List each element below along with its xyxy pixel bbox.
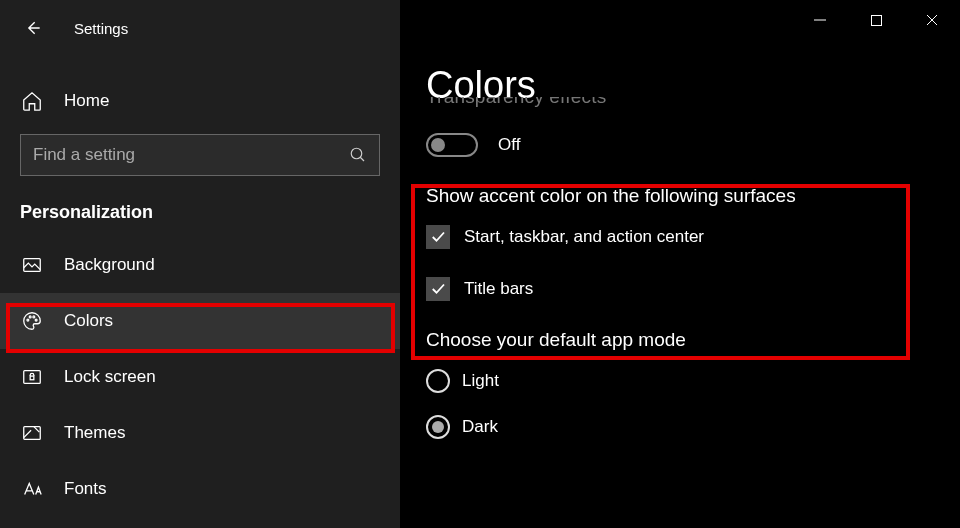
sidebar-header: Settings <box>0 8 400 48</box>
svg-rect-8 <box>24 427 41 440</box>
accent-option-start-taskbar[interactable]: Start, taskbar, and action center <box>426 225 934 249</box>
maximize-button[interactable] <box>848 0 904 40</box>
app-mode-heading: Choose your default app mode <box>426 329 934 351</box>
home-icon <box>20 89 44 113</box>
close-icon <box>925 13 939 27</box>
app-mode-option-dark[interactable]: Dark <box>426 415 934 439</box>
minimize-icon <box>813 13 827 27</box>
sidebar-item-lockscreen[interactable]: Lock screen <box>0 349 400 405</box>
radio-dot <box>432 421 444 433</box>
accent-option-label: Title bars <box>464 279 533 299</box>
svg-rect-6 <box>24 371 41 384</box>
close-button[interactable] <box>904 0 960 40</box>
section-title: Personalization <box>0 176 400 237</box>
search-input[interactable] <box>33 145 349 165</box>
svg-point-0 <box>351 148 362 159</box>
search-wrap <box>0 124 400 176</box>
sidebar-item-themes[interactable]: Themes <box>0 405 400 461</box>
truncated-heading: Transparency effects <box>426 97 934 109</box>
sidebar-item-label: Themes <box>64 423 125 443</box>
fonts-icon <box>20 477 44 501</box>
transparency-toggle[interactable] <box>426 133 478 157</box>
toggle-state-label: Off <box>498 135 520 155</box>
window-title: Settings <box>74 20 128 37</box>
accent-surfaces-heading: Show accent color on the following surfa… <box>426 185 934 207</box>
radio-selected <box>426 415 450 439</box>
sidebar-item-fonts[interactable]: Fonts <box>0 461 400 517</box>
home-label: Home <box>64 91 109 111</box>
search-icon <box>349 146 367 164</box>
sidebar-item-label: Fonts <box>64 479 107 499</box>
app-mode-option-light[interactable]: Light <box>426 369 934 393</box>
transparency-toggle-row: Off <box>426 133 934 157</box>
sidebar-item-label: Background <box>64 255 155 275</box>
lock-screen-icon <box>20 365 44 389</box>
radio-unselected <box>426 369 450 393</box>
accent-option-label: Start, taskbar, and action center <box>464 227 704 247</box>
app-mode-label: Light <box>462 371 499 391</box>
sidebar-item-background[interactable]: Background <box>0 237 400 293</box>
back-button[interactable] <box>20 15 46 41</box>
sidebar-item-colors[interactable]: Colors <box>0 293 400 349</box>
sidebar-item-label: Colors <box>64 311 113 331</box>
sidebar: Settings Home Personalization Background… <box>0 0 400 528</box>
toggle-knob <box>431 138 445 152</box>
minimize-button[interactable] <box>792 0 848 40</box>
svg-point-4 <box>33 316 35 318</box>
svg-rect-9 <box>871 15 881 25</box>
window-controls <box>792 0 960 40</box>
app-mode-label: Dark <box>462 417 498 437</box>
themes-icon <box>20 421 44 445</box>
palette-icon <box>20 309 44 333</box>
sidebar-item-label: Lock screen <box>64 367 156 387</box>
picture-icon <box>20 253 44 277</box>
svg-rect-7 <box>30 376 34 380</box>
check-icon <box>429 228 447 246</box>
checkbox-checked <box>426 225 450 249</box>
checkbox-checked <box>426 277 450 301</box>
search-box[interactable] <box>20 134 380 176</box>
accent-option-title-bars[interactable]: Title bars <box>426 277 934 301</box>
home-nav-item[interactable]: Home <box>0 78 400 124</box>
check-icon <box>429 280 447 298</box>
maximize-icon <box>870 14 883 27</box>
main-content: Colors Transparency effects Off Show acc… <box>400 0 960 528</box>
svg-point-5 <box>35 319 37 321</box>
svg-point-2 <box>27 319 29 321</box>
arrow-left-icon <box>23 18 43 38</box>
svg-point-3 <box>29 316 31 318</box>
